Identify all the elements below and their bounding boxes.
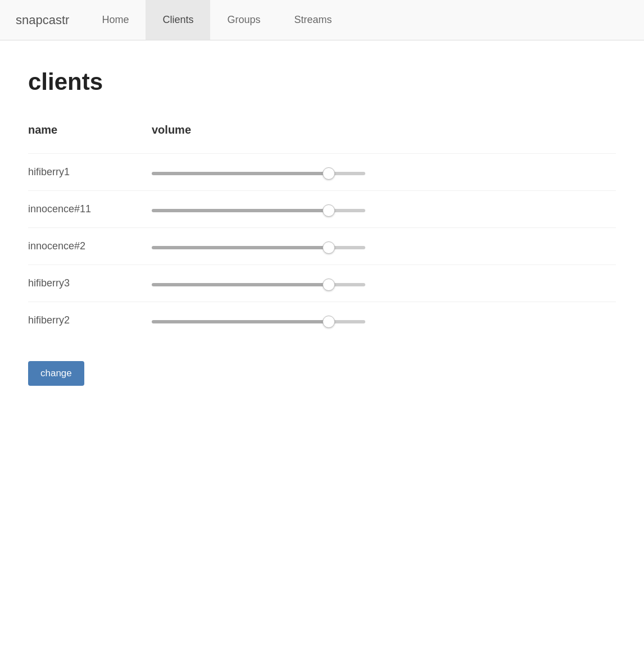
nav-links: HomeClientsGroupsStreams <box>85 0 348 40</box>
client-row: innocence#11 <box>28 190 616 227</box>
client-name: hifiberry3 <box>28 277 152 289</box>
client-name: hifiberry2 <box>28 314 152 326</box>
nav-link-home[interactable]: Home <box>85 0 146 40</box>
client-name: innocence#2 <box>28 240 152 252</box>
nav-link-clients[interactable]: Clients <box>146 0 210 40</box>
volume-slider[interactable] <box>152 209 365 212</box>
volume-slider[interactable] <box>152 172 365 175</box>
volume-slider-container <box>152 279 365 289</box>
client-row: hifiberry3 <box>28 264 616 302</box>
volume-slider-container <box>152 241 365 252</box>
column-header-volume: volume <box>152 124 191 136</box>
volume-slider[interactable] <box>152 320 365 323</box>
nav-link-streams[interactable]: Streams <box>277 0 348 40</box>
clients-table-header: name volume <box>28 124 616 142</box>
volume-slider-container <box>152 167 365 177</box>
page-title: clients <box>28 69 616 95</box>
nav-brand[interactable]: snapcastr <box>0 0 85 40</box>
client-name: hifiberry1 <box>28 166 152 178</box>
change-button[interactable]: change <box>28 361 84 386</box>
nav-link-groups[interactable]: Groups <box>210 0 277 40</box>
volume-slider-container <box>152 316 365 326</box>
volume-slider-container <box>152 204 365 215</box>
client-row: hifiberry1 <box>28 153 616 190</box>
client-name: innocence#11 <box>28 203 152 215</box>
clients-list: hifiberry1innocence#11innocence#2hifiber… <box>28 153 616 339</box>
client-row: innocence#2 <box>28 227 616 264</box>
column-header-name: name <box>28 124 152 136</box>
volume-slider[interactable] <box>152 283 365 286</box>
volume-slider[interactable] <box>152 246 365 249</box>
client-row: hifiberry2 <box>28 302 616 339</box>
main-nav: snapcastr HomeClientsGroupsStreams <box>0 0 644 40</box>
main-content: clients name volume hifiberry1innocence#… <box>0 40 644 414</box>
